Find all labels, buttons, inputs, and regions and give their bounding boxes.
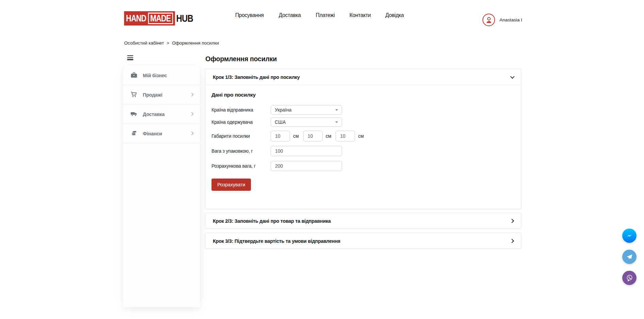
logo-part-made: MADE	[148, 13, 173, 24]
logo-part-hand: HAND	[126, 13, 146, 24]
dimension-width-input[interactable]	[303, 131, 323, 141]
unit-cm: см	[326, 133, 332, 139]
chevron-down-icon	[510, 74, 515, 79]
breadcrumb-separator: >	[167, 40, 169, 46]
step2-accordion: Крок 2/3: Заповніть дані про товар та ві…	[205, 213, 521, 229]
sender-country-value: Україна	[275, 107, 291, 113]
sender-country-select[interactable]: Україна	[271, 105, 342, 115]
calc-weight-input[interactable]	[271, 161, 342, 171]
nav-item-contacts[interactable]: Контакти	[350, 12, 371, 19]
top-navigation: Просування Доставка Платежі Контакти Дов…	[234, 0, 405, 31]
sender-country-label: Країна відправника	[211, 107, 271, 113]
recipient-country-value: США	[275, 119, 286, 125]
page-title: Оформлення посилки	[205, 55, 277, 63]
step3-title: Крок 3/3: Підтвердьте вартість та умови …	[213, 238, 340, 244]
recipient-country-select[interactable]: США	[271, 117, 342, 127]
sidebar-item-delivery[interactable]: Доставка	[123, 104, 200, 124]
sidebar: Мій бізнес Продажі Доставка	[123, 66, 200, 307]
chevron-right-icon	[510, 239, 514, 243]
recipient-country-row: Країна одержувача США	[211, 117, 513, 127]
dropdown-arrow-icon	[335, 121, 338, 123]
recipient-country-label: Країна одержувача	[211, 119, 271, 125]
social-buttons	[622, 229, 637, 285]
person-icon	[485, 16, 493, 24]
telegram-icon	[625, 252, 634, 261]
sidebar-item-label: Мій бізнес	[143, 72, 192, 78]
breadcrumb-current: Оформлення посилки	[172, 40, 219, 46]
chevron-right-icon	[190, 131, 193, 135]
user-avatar[interactable]	[482, 14, 495, 26]
logo-red-box: HAND MADE	[124, 11, 175, 26]
step1-title: Крок 1/3: Заповніть дані про посилку	[213, 74, 300, 80]
step1-accordion-header[interactable]: Крок 1/3: Заповніть дані про посилку	[205, 69, 521, 85]
telegram-button[interactable]	[622, 250, 637, 264]
weight-row: Вага з упаковкою, г	[211, 146, 513, 156]
messenger-button[interactable]	[622, 229, 637, 243]
nav-item-help[interactable]: Довідка	[386, 12, 404, 19]
truck-icon	[130, 110, 138, 118]
messenger-icon	[625, 231, 634, 240]
parcel-data-heading: Дані про посилку	[211, 92, 513, 98]
sidebar-item-finance[interactable]: Фінанси	[123, 124, 200, 143]
dropdown-arrow-icon	[335, 109, 338, 111]
viber-button[interactable]	[622, 271, 637, 285]
nav-item-promotion[interactable]: Просування	[235, 12, 264, 19]
nav-item-payments[interactable]: Платежі	[316, 12, 335, 19]
user-name: Anastasia I	[499, 17, 522, 22]
sidebar-item-sales[interactable]: Продажі	[123, 85, 200, 104]
breadcrumb-cabinet[interactable]: Особистий кабінет	[124, 40, 164, 46]
weight-label: Вага з упаковкою, г	[211, 148, 271, 154]
user-account[interactable]: Anastasia I	[482, 14, 522, 26]
dimension-height-input[interactable]	[336, 131, 355, 141]
breadcrumb: Особистий кабінет > Оформлення посилки	[124, 40, 219, 46]
calculate-button[interactable]: Розрахувати	[211, 179, 251, 191]
unit-cm: см	[293, 133, 299, 139]
viber-icon	[625, 273, 634, 283]
weight-input[interactable]	[271, 146, 342, 156]
calc-weight-row: Розрахункова вага, г	[211, 161, 513, 171]
cart-icon	[130, 90, 138, 99]
briefcase-icon	[130, 71, 138, 79]
chevron-right-icon	[190, 112, 193, 116]
unit-cm: см	[358, 133, 364, 139]
step3-accordion-header[interactable]: Крок 3/3: Підтвердьте вартість та умови …	[205, 233, 521, 249]
dimension-length-input[interactable]	[271, 131, 290, 141]
step2-title: Крок 2/3: Заповніть дані про товар та ві…	[213, 218, 331, 224]
sidebar-item-label: Продажі	[143, 92, 188, 98]
menu-toggle-icon[interactable]	[127, 55, 133, 61]
step1-body: Дані про посилку Країна відправника Укра…	[205, 85, 521, 191]
sender-country-row: Країна відправника Україна	[211, 105, 513, 115]
sidebar-item-label: Фінанси	[143, 131, 188, 136]
dimensions-label: Габарити посилки	[211, 133, 271, 139]
sidebar-item-my-business[interactable]: Мій бізнес	[123, 66, 200, 85]
sidebar-item-label: Доставка	[143, 111, 188, 117]
calc-weight-label: Розрахункова вага, г	[211, 163, 271, 169]
coins-icon	[130, 129, 138, 137]
logo-part-hub: HUB	[176, 13, 193, 24]
chevron-right-icon	[190, 93, 193, 96]
dimensions-row: Габарити посилки см см см	[211, 131, 513, 141]
step1-accordion: Крок 1/3: Заповніть дані про посилку Дан…	[205, 69, 521, 209]
handmadehub-logo[interactable]: HAND MADE HUB	[124, 11, 193, 26]
chevron-right-icon	[510, 219, 514, 223]
nav-item-delivery[interactable]: Доставка	[279, 12, 301, 19]
step3-accordion: Крок 3/3: Підтвердьте вартість та умови …	[205, 233, 521, 249]
step2-accordion-header[interactable]: Крок 2/3: Заповніть дані про товар та ві…	[205, 213, 521, 229]
